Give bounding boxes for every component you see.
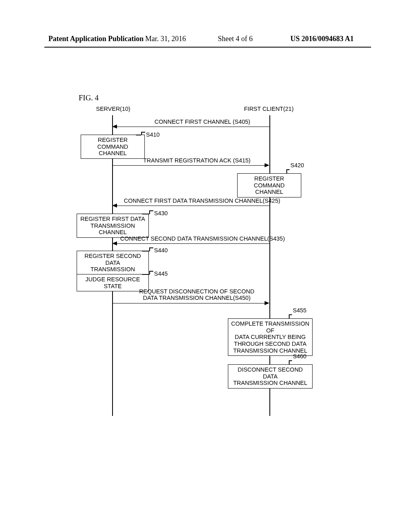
box-s460: DISCONNECT SECOND DATATRANSMISSION CHANN… — [228, 364, 313, 389]
arrow-s425 — [117, 206, 269, 206]
arrowhead-s405 — [112, 125, 117, 129]
msg-s435: CONNECT SECOND DATA TRANSMISSION CHANNEL… — [120, 235, 285, 242]
header-pubnum: US 2016/0094683 A1 — [290, 35, 354, 43]
leader-s430-v — [149, 211, 150, 214]
msg-s415: TRANSMIT REGISTRATION ACK (S415) — [143, 157, 250, 164]
leader-s430-h2 — [149, 210, 153, 211]
leader-s420-h — [286, 169, 290, 170]
leader-s440-v — [149, 248, 150, 251]
leader-s410-v — [141, 132, 142, 135]
sequence-diagram: SERVER(10) FIRST CLIENT(21) CONNECT FIRS… — [77, 106, 335, 416]
figure-label: FIG. 4 — [79, 94, 99, 102]
arrow-s450 — [112, 303, 265, 303]
label-s410: S410 — [146, 131, 160, 138]
leader-s445-h2 — [149, 271, 153, 272]
page: Patent Application Publication Mar. 31, … — [0, 0, 413, 532]
leader-s440-h2 — [149, 247, 153, 248]
box-s455: COMPLETE TRANSMISSION OFDATA CURRENTLY B… — [228, 318, 313, 356]
label-s455: S455 — [293, 307, 307, 314]
msg-s450: REQUEST DISCONNECTION OF SECONDDATA TRAN… — [139, 289, 254, 301]
label-s460: S460 — [293, 353, 307, 360]
leader-s410-h2 — [141, 132, 145, 133]
header-rule — [44, 47, 371, 48]
msg-s425: CONNECT FIRST DATA TRANSMISSION CHANNEL(… — [124, 197, 280, 204]
arrowhead-s450 — [265, 301, 269, 305]
arrow-s415 — [112, 165, 265, 166]
arrow-s405 — [117, 127, 269, 127]
header-sheet: Sheet 4 of 6 — [218, 35, 252, 43]
label-s420: S420 — [290, 162, 304, 168]
participant-server: SERVER(10) — [96, 106, 130, 112]
arrow-s435 — [117, 243, 269, 244]
arrowhead-s415 — [265, 163, 269, 167]
msg-s405: CONNECT FIRST CHANNEL (S405) — [154, 118, 250, 125]
header-date: Mar. 31, 2016 — [145, 35, 186, 43]
box-s410: REGISTER COMMANDCHANNEL — [81, 135, 145, 159]
leader-s460-h — [289, 360, 292, 361]
label-s430: S430 — [154, 210, 168, 216]
header-publication: Patent Application Publication — [48, 35, 144, 43]
leader-s440-h — [142, 251, 149, 251]
arrowhead-s425 — [112, 204, 117, 208]
leader-s455-h — [289, 314, 292, 315]
arrowhead-s435 — [112, 241, 117, 245]
label-s445: S445 — [154, 270, 168, 277]
leader-s445-h — [142, 274, 149, 275]
leader-s430-h — [142, 214, 149, 214]
participant-first-client: FIRST CLIENT(21) — [244, 106, 294, 112]
leader-s445-v — [149, 271, 150, 274]
box-s430: REGISTER FIRST DATATRANSMISSION CHANNEL — [77, 214, 149, 238]
label-s440: S440 — [154, 247, 168, 254]
box-s445: JUDGE RESOURCE STATE — [77, 274, 149, 291]
leader-s410-h — [136, 135, 141, 135]
box-s420: REGISTER COMMANDCHANNEL — [237, 173, 301, 197]
